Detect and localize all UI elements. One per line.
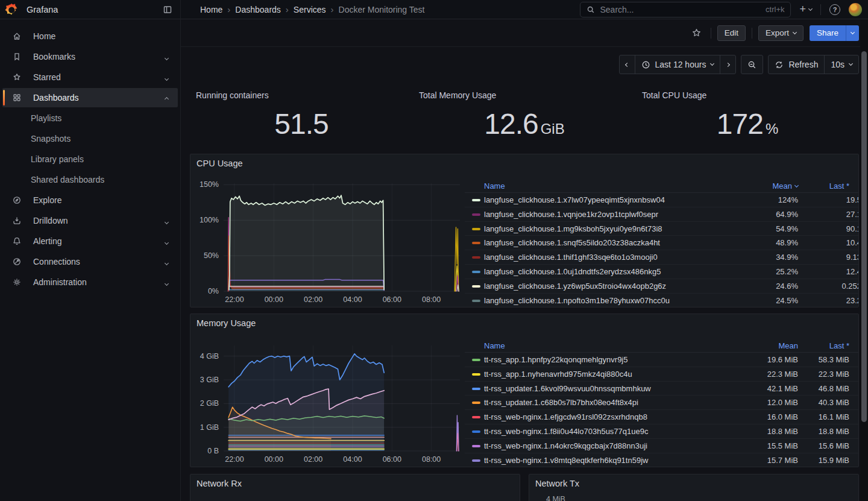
y-tick-label: 0 B	[192, 447, 219, 455]
legend-header-mean[interactable]: Mean	[778, 341, 798, 350]
table-row[interactable]: tt-rss_web-nginx.1.f8ii0u44lo703h5us77q1…	[465, 424, 858, 439]
table-row[interactable]: langfuse_clickhouse.1.thif1ghf33sqe6to1o…	[465, 250, 858, 265]
cpu-usage-chart[interactable]: 0%50%100%150%22:0000:0002:0004:0006:0008…	[190, 154, 468, 307]
sidebar-collapse-icon[interactable]	[161, 3, 174, 16]
legend-header-last[interactable]: Last *	[829, 341, 849, 350]
share-button[interactable]: Share	[810, 25, 846, 41]
table-row[interactable]: langfuse_clickhouse.1.x7lw07ypeeqimt5xjn…	[465, 193, 858, 207]
sidebar-subitem-library-panels[interactable]: Library panels	[0, 150, 180, 169]
series-name[interactable]: langfuse_clickhouse.1.yz6wp5ux5troio4wx4…	[484, 282, 744, 291]
search-placeholder: Search...	[600, 5, 761, 14]
table-row[interactable]: langfuse_clickhouse.1.yz6wp5ux5troio4wx4…	[465, 279, 858, 294]
stat-panel-value: 51.5	[190, 107, 413, 140]
series-name[interactable]: langfuse_clickhouse.1.mg9ksboh5jxyui0ye9…	[484, 224, 744, 233]
legend-header-name[interactable]: Name	[484, 341, 505, 350]
table-row[interactable]: tt-rss_web-nginx.1.n4okrc9kqgcbajx7d88nn…	[465, 439, 858, 453]
memory-usage-chart[interactable]: 0 B1 GiB2 GiB3 GiB4 GiB22:0000:0002:0004…	[190, 314, 468, 467]
bell-icon	[12, 236, 22, 246]
series-color-swatch	[472, 373, 480, 376]
sidebar-item-home[interactable]: Home	[2, 27, 178, 46]
y-tick-label: 50%	[192, 251, 219, 260]
table-row[interactable]: langfuse_clickhouse.1.snqf5s5ildo203z38a…	[465, 236, 858, 250]
share-dropdown-button[interactable]	[846, 25, 859, 41]
table-row[interactable]: langfuse_clickhouse.1.vqnjoe1kr2ovp1tcpl…	[465, 207, 858, 222]
panel-title[interactable]: Network Tx	[535, 479, 579, 488]
sidebar-subitem-playlists[interactable]: Playlists	[0, 109, 180, 128]
series-color-swatch	[472, 445, 480, 447]
table-row[interactable]: tt-rss_updater.1.6kvol99wsvuu0hnssqmbmhk…	[465, 382, 858, 396]
y-tick-label: 150%	[192, 180, 219, 189]
time-shift-back-button[interactable]	[620, 55, 635, 74]
sidebar-item-dashboards[interactable]: Dashboards	[2, 88, 178, 107]
series-name[interactable]: tt-rss_web-nginx.1.f8ii0u44lo703h5us77q1…	[484, 427, 744, 436]
table-row[interactable]: tt-rss_updater.1.c68b0s7lb7bhx08eo4ft8x4…	[465, 395, 858, 410]
table-row[interactable]: langfuse_clickhouse.1.mg9ksboh5jxyui0ye9…	[465, 222, 858, 236]
series-name[interactable]: tt-rss_updater.1.6kvol99wsvuu0hnssqmbmhk…	[484, 384, 744, 393]
series-mean-value: 25.2%	[776, 267, 798, 276]
panel-title[interactable]: Network Rx	[197, 479, 242, 488]
table-row[interactable]: tt-rss_web-nginx.1.v8mtq8eqtkferh6kq91tn…	[465, 453, 858, 467]
series-mean-value: 64.9%	[776, 210, 798, 219]
table-row[interactable]: tt-rss_app.1.nyhenavrhd975mkz4qi880c4u22…	[465, 367, 858, 382]
series-name[interactable]: langfuse_clickhouse.1.snqf5s5ildo203z38a…	[484, 238, 744, 247]
legend-header-mean[interactable]: Mean	[772, 181, 798, 191]
y-tick-label: 100%	[192, 216, 219, 224]
series-last-value: 15.9 MiB	[819, 456, 849, 465]
table-row[interactable]: tt-rss_web-nginx.1.efjgcdw91rsl092zsxrhd…	[465, 410, 858, 424]
series-name[interactable]: langfuse_clickhouse.1.npofto3m1be78yhuxw…	[484, 296, 744, 305]
legend-header-last[interactable]: Last *	[829, 181, 849, 191]
zoom-out-time-button[interactable]	[741, 55, 763, 74]
sidebar-item-starred[interactable]: Starred	[2, 68, 178, 87]
series-name[interactable]: tt-rss_web-nginx.1.n4okrc9kqgcbajx7d88nn…	[484, 441, 744, 450]
series-name[interactable]: tt-rss_updater.1.c68b0s7lb7bhx08eo4ft8x4…	[484, 398, 744, 407]
sidebar-item-explore[interactable]: Explore	[2, 191, 178, 210]
chevron-down-icon	[165, 277, 168, 287]
series-name[interactable]: tt-rss_web-nginx.1.efjgcdw91rsl092zsxrhd…	[484, 412, 744, 421]
breadcrumb-separator-icon: ›	[331, 4, 334, 14]
series-color-swatch	[472, 213, 480, 216]
breadcrumb-item[interactable]: Dashboards	[235, 5, 281, 14]
new-button[interactable]: +	[797, 5, 814, 14]
sidebar-item-bookmarks[interactable]: Bookmarks	[2, 47, 178, 66]
help-button[interactable]: ?	[827, 4, 843, 15]
memory-legend-table: Name Mean Last * tt-rss_app.1.hpnfpy22kq…	[465, 341, 858, 467]
series-name[interactable]: tt-rss_app.1.nyhenavrhd975mkz4qi880c4u	[484, 370, 744, 379]
star-dashboard-button[interactable]	[689, 25, 705, 41]
series-name[interactable]: langfuse_clickhouse.1.thif1ghf33sqe6to1o…	[484, 253, 744, 262]
table-row[interactable]: langfuse_clickhouse.1.npofto3m1be78yhuxw…	[465, 294, 858, 307]
compass-icon	[12, 195, 22, 205]
search-input[interactable]: Search... ctrl+k	[580, 2, 791, 17]
breadcrumb-item[interactable]: Home	[200, 5, 222, 14]
series-name[interactable]: tt-rss_app.1.hpnfpy22kqonqmehlgynvr9j5	[484, 355, 744, 364]
x-tick-label: 04:00	[337, 455, 368, 464]
table-row[interactable]: tt-rss_app.1.hpnfpy22kqonqmehlgynvr9j519…	[465, 353, 858, 367]
legend-header-name[interactable]: Name	[484, 181, 505, 191]
refresh-interval-picker[interactable]: 10s	[824, 55, 858, 74]
sidebar-item-drilldown[interactable]: Drilldown	[2, 211, 178, 230]
refresh-button[interactable]: Refresh	[769, 55, 824, 74]
sidebar-item-administration[interactable]: Administration	[2, 273, 178, 292]
time-range-picker[interactable]: Last 12 hours	[635, 55, 720, 74]
edit-button[interactable]: Edit	[717, 25, 746, 41]
table-row[interactable]: langfuse_clickhouse.1.0uj1dndtfs2erydzsx…	[465, 265, 858, 279]
grafana-logo-icon[interactable]	[5, 3, 18, 16]
series-name[interactable]: langfuse_clickhouse.1.x7lw07ypeeqimt5xjn…	[484, 195, 744, 204]
chevron-down-icon	[165, 72, 168, 82]
time-controls-row: Last 12 hours Refresh	[619, 55, 859, 74]
chevron-down-icon	[165, 216, 168, 225]
series-name[interactable]: langfuse_clickhouse.1.vqnjoe1kr2ovp1tcpl…	[484, 210, 744, 219]
export-button[interactable]: Export	[758, 25, 804, 41]
series-last-value: 46.8 MiB	[819, 384, 849, 393]
scrollbar-track[interactable]	[860, 19, 868, 501]
series-name[interactable]: tt-rss_web-nginx.1.v8mtq8eqtkferh6kq91tn…	[484, 456, 744, 465]
breadcrumb-item[interactable]: Services	[294, 5, 326, 14]
sidebar-subitem-snapshots[interactable]: Snapshots	[0, 129, 180, 148]
user-avatar[interactable]	[849, 3, 862, 16]
sidebar-item-alerting[interactable]: Alerting	[2, 232, 178, 251]
time-shift-forward-button[interactable]	[720, 55, 735, 74]
scrollbar-thumb[interactable]	[861, 51, 867, 422]
sidebar-subitem-shared-dashboards[interactable]: Shared dashboards	[0, 170, 180, 189]
sidebar-item-connections[interactable]: Connections	[2, 252, 178, 271]
series-name[interactable]: langfuse_clickhouse.1.0uj1dndtfs2erydzsx…	[484, 267, 744, 276]
breadcrumb-separator-icon: ›	[227, 4, 230, 14]
